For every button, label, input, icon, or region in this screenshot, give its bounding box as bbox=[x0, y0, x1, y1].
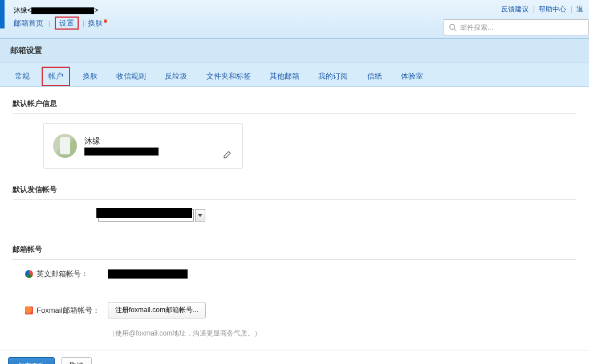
foxmail-icon bbox=[25, 306, 33, 314]
tab-lab[interactable]: 体验室 bbox=[394, 67, 430, 86]
page-title: 邮箱设置 bbox=[10, 46, 579, 56]
tab-account[interactable]: 帐户 bbox=[42, 67, 70, 86]
tab-skin[interactable]: 换肤 bbox=[76, 67, 104, 86]
link-sep: | bbox=[571, 5, 572, 13]
search-icon bbox=[449, 23, 457, 31]
edit-icon[interactable] bbox=[223, 150, 232, 159]
account-card: 沐缘 bbox=[43, 123, 243, 169]
top-header: 沐缘<> 邮箱首页 | 设置 | 换肤 反馈建议 | 帮助中心 | 退 bbox=[0, 0, 589, 39]
avatar bbox=[53, 134, 77, 158]
nav-sep: | bbox=[48, 19, 50, 27]
link-sep: | bbox=[533, 5, 535, 13]
row-en-account: 英文邮箱帐号： bbox=[25, 269, 576, 279]
en-account-value-redacted bbox=[108, 269, 188, 279]
sender-select-wrap bbox=[98, 209, 576, 222]
section-title-email-accounts: 邮箱帐号 bbox=[13, 244, 576, 260]
footer-buttons: 保存更改 取消 https://blog.csdn.net/weixin_447… bbox=[0, 350, 589, 364]
page-title-bar: 邮箱设置 bbox=[0, 39, 589, 63]
register-foxmail-button[interactable]: 注册foxmail.com邮箱帐号... bbox=[108, 302, 206, 318]
section-title-default-sender: 默认发信帐号 bbox=[13, 185, 576, 200]
tabs-bar: 常规 帐户 换肤 收信规则 反垃圾 文件夹和标签 其他邮箱 我的订阅 信纸 体验… bbox=[0, 63, 589, 87]
link-exit[interactable]: 退 bbox=[576, 5, 583, 13]
search-input[interactable] bbox=[460, 23, 584, 31]
save-button[interactable]: 保存更改 bbox=[8, 357, 55, 364]
tab-folders[interactable]: 文件夹和标签 bbox=[200, 67, 258, 86]
svg-line-1 bbox=[454, 29, 457, 31]
tab-paper[interactable]: 信纸 bbox=[360, 67, 389, 86]
top-right-links: 反馈建议 | 帮助中心 | 退 bbox=[501, 5, 583, 14]
tab-spam[interactable]: 反垃圾 bbox=[158, 67, 194, 86]
foxmail-hint: （使用@foxmail.com地址，沟通更显商务气质。） bbox=[108, 329, 576, 338]
account-email-redacted bbox=[84, 148, 159, 156]
header-nav: 邮箱首页 | 设置 | 换肤 bbox=[14, 18, 107, 28]
search-box[interactable] bbox=[444, 19, 589, 35]
row-foxmail-account: Foxmail邮箱帐号： 注册foxmail.com邮箱帐号... bbox=[25, 302, 576, 318]
globe-icon bbox=[25, 270, 33, 278]
search-wrap bbox=[444, 19, 589, 35]
user-name-prefix: 沐缘< bbox=[14, 6, 31, 14]
en-account-label: 英文邮箱帐号： bbox=[36, 269, 88, 279]
content: 默认帐户信息 沐缘 默认发信帐号 邮箱帐号 英文邮箱帐号： bbox=[0, 87, 589, 350]
nav-skin[interactable]: 换肤 bbox=[88, 19, 103, 27]
section-email-accounts: 邮箱帐号 英文邮箱帐号： Foxmail邮箱帐号： 注册foxmail.com邮… bbox=[13, 244, 576, 338]
section-default-sender: 默认发信帐号 bbox=[13, 185, 576, 222]
sender-value-redacted bbox=[96, 208, 192, 218]
nav-sep: | bbox=[83, 19, 84, 27]
account-text: 沐缘 bbox=[84, 136, 159, 156]
en-account-label-wrap: 英文邮箱帐号： bbox=[25, 269, 108, 279]
cancel-button[interactable]: 取消 bbox=[61, 357, 92, 364]
section-title-default-account: 默认帐户信息 bbox=[13, 99, 576, 114]
tab-general[interactable]: 常规 bbox=[8, 67, 36, 86]
skin-notification-dot bbox=[104, 19, 107, 23]
link-feedback[interactable]: 反馈建议 bbox=[501, 5, 529, 13]
select-dropdown-icon[interactable] bbox=[195, 209, 205, 222]
foxmail-label: Foxmail邮箱帐号： bbox=[36, 305, 100, 316]
tab-rules[interactable]: 收信规则 bbox=[109, 67, 153, 86]
user-name-suffix: > bbox=[94, 6, 98, 14]
user-info: 沐缘<> bbox=[14, 6, 98, 15]
sender-select[interactable] bbox=[98, 209, 194, 222]
foxmail-label-wrap: Foxmail邮箱帐号： bbox=[25, 305, 108, 316]
tab-subscribe[interactable]: 我的订阅 bbox=[311, 67, 355, 86]
section-default-account: 默认帐户信息 沐缘 bbox=[13, 99, 576, 169]
svg-point-0 bbox=[450, 24, 455, 30]
tab-other[interactable]: 其他邮箱 bbox=[263, 67, 306, 86]
link-help[interactable]: 帮助中心 bbox=[539, 5, 566, 13]
user-email-redacted bbox=[31, 7, 94, 14]
nav-home[interactable]: 邮箱首页 bbox=[14, 19, 43, 27]
nav-settings[interactable]: 设置 bbox=[55, 17, 79, 30]
account-name: 沐缘 bbox=[84, 136, 159, 146]
